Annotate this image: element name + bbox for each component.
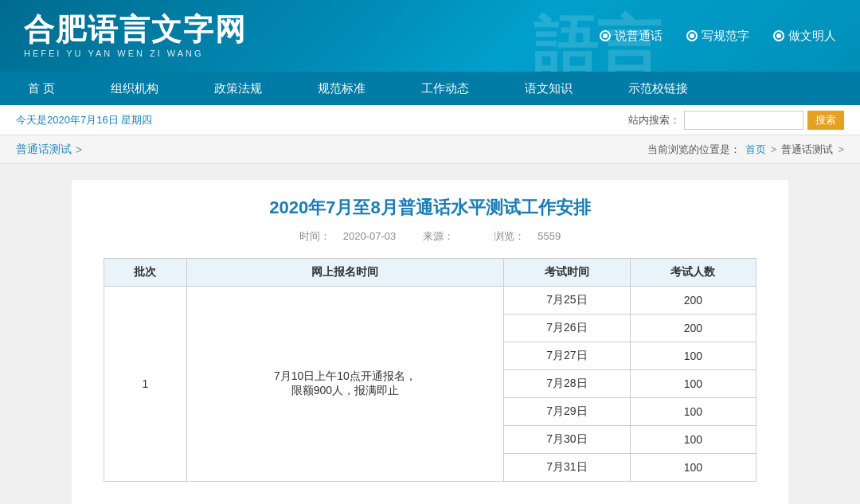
slogan-2: 写规范字 bbox=[686, 29, 749, 44]
col-count: 考试人数 bbox=[630, 259, 756, 287]
nav-org[interactable]: 组织机构 bbox=[83, 72, 186, 105]
col-exam-date: 考试时间 bbox=[504, 259, 630, 287]
breadcrumb-home-link[interactable]: 首页 bbox=[745, 143, 766, 157]
radio-icon-1 bbox=[600, 30, 611, 41]
cell-count: 200 bbox=[630, 287, 756, 315]
breadcrumb-left: 普通话测试 > bbox=[16, 143, 82, 157]
header-slogans: 说普通话 写规范字 做文明人 bbox=[600, 29, 836, 44]
cell-batch: 1 bbox=[104, 287, 187, 482]
cell-exam-date: 7月26日 bbox=[504, 315, 630, 342]
search-label: 站内搜索： bbox=[628, 113, 680, 127]
views-label: 浏览： bbox=[494, 230, 525, 242]
site-header: 合肥语言文字网 HEFEI YU YAN WEN ZI WANG 語言 说普通话… bbox=[0, 0, 860, 72]
col-batch: 批次 bbox=[104, 259, 187, 287]
breadcrumb-category: 普通话测试 bbox=[16, 143, 72, 157]
nav-home[interactable]: 首 页 bbox=[0, 72, 83, 105]
cell-exam-date: 7月30日 bbox=[504, 426, 630, 454]
slogan-3: 做文明人 bbox=[773, 29, 836, 44]
logo-main-text: 合肥语言文字网 bbox=[24, 14, 247, 47]
table-header-row: 批次 网上报名时间 考试时间 考试人数 bbox=[104, 259, 756, 287]
views-value: 5559 bbox=[538, 230, 561, 242]
breadcrumb-bar: 普通话测试 > 当前浏览的位置是： 首页 > 普通话测试 > bbox=[0, 135, 860, 164]
col-registration: 网上报名时间 bbox=[186, 259, 504, 287]
nav-standards[interactable]: 规范标准 bbox=[290, 72, 393, 105]
cell-count: 100 bbox=[630, 398, 756, 426]
cell-count: 100 bbox=[630, 426, 756, 454]
radio-icon-2 bbox=[686, 30, 698, 41]
cell-exam-date: 7月31日 bbox=[504, 454, 630, 482]
search-area: 站内搜索： 搜索 bbox=[628, 111, 844, 130]
cell-count: 100 bbox=[630, 454, 756, 482]
nav-policy[interactable]: 政策法规 bbox=[186, 72, 290, 105]
search-input[interactable] bbox=[684, 111, 803, 130]
breadcrumb-chevron-left: > bbox=[76, 143, 82, 156]
slogan-2-text: 写规范字 bbox=[702, 29, 749, 44]
cell-exam-date: 7月27日 bbox=[504, 342, 630, 370]
main-nav: 首 页 组织机构 政策法规 规范标准 工作动态 语文知识 示范校链接 bbox=[0, 72, 860, 105]
cell-registration: 7月10日上午10点开通报名， 限额900人，报满即止 bbox=[186, 287, 504, 482]
breadcrumb-right: 当前浏览的位置是： 首页 > 普通话测试 > bbox=[647, 143, 844, 157]
nav-schools[interactable]: 示范校链接 bbox=[600, 72, 716, 105]
site-logo: 合肥语言文字网 HEFEI YU YAN WEN ZI WANG bbox=[24, 14, 247, 59]
radio-icon-3 bbox=[773, 30, 784, 41]
logo-sub-text: HEFEI YU YAN WEN ZI WANG bbox=[24, 49, 247, 58]
cell-exam-date: 7月25日 bbox=[504, 287, 630, 315]
breadcrumb-chevron-2: > bbox=[838, 143, 844, 155]
article-title: 2020年7月至8月普通话水平测试工作安排 bbox=[104, 196, 756, 220]
cell-count: 100 bbox=[630, 370, 756, 398]
table-row: 17月10日上午10点开通报名， 限额900人，报满即止7月25日200 bbox=[104, 287, 756, 315]
slogan-1: 说普通话 bbox=[600, 29, 663, 44]
slogan-3-text: 做文明人 bbox=[788, 29, 836, 44]
cell-count: 200 bbox=[630, 315, 756, 342]
article-meta: 时间：2020-07-03 来源： 浏览：5559 bbox=[104, 229, 756, 244]
date-display: 今天是2020年7月16日 星期四 bbox=[16, 113, 152, 127]
breadcrumb-chevron-1: > bbox=[771, 143, 777, 155]
nav-news[interactable]: 工作动态 bbox=[393, 72, 497, 105]
time-label: 时间： bbox=[299, 230, 330, 242]
breadcrumb-location-label: 当前浏览的位置是： bbox=[647, 143, 741, 157]
cell-count: 100 bbox=[630, 342, 756, 370]
slogan-1-text: 说普通话 bbox=[615, 29, 663, 44]
source-label: 来源： bbox=[423, 230, 454, 242]
main-content: 2020年7月至8月普通话水平测试工作安排 时间：2020-07-03 来源： … bbox=[72, 180, 788, 504]
time-value: 2020-07-03 bbox=[343, 230, 397, 242]
schedule-table: 批次 网上报名时间 考试时间 考试人数 17月10日上午10点开通报名， 限额9… bbox=[104, 258, 756, 482]
nav-knowledge[interactable]: 语文知识 bbox=[497, 72, 600, 105]
toolbar: 今天是2020年7月16日 星期四 站内搜索： 搜索 bbox=[0, 105, 860, 135]
cell-exam-date: 7月28日 bbox=[504, 370, 630, 398]
search-button[interactable]: 搜索 bbox=[807, 111, 844, 130]
breadcrumb-current: 普通话测试 bbox=[781, 143, 833, 157]
cell-exam-date: 7月29日 bbox=[504, 398, 630, 426]
